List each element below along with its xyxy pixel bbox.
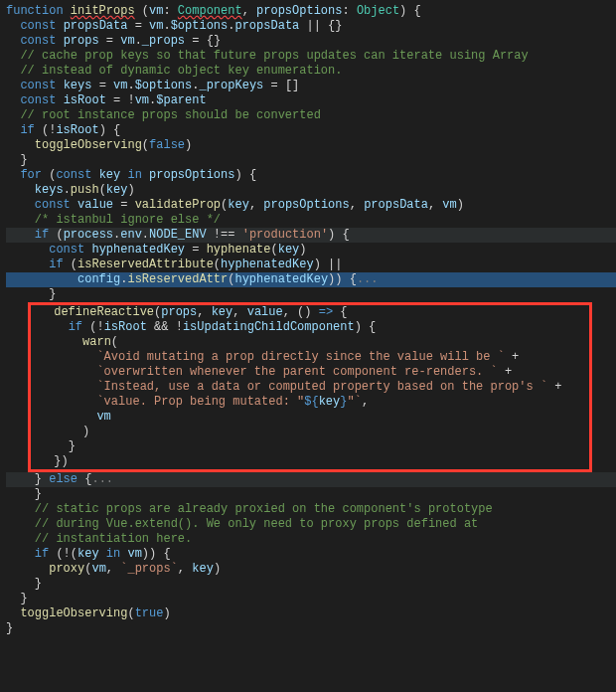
code-line: const hyphenatedKey = hyphenate(key)	[6, 243, 307, 257]
code-line: const props = vm._props = {}	[6, 34, 221, 48]
code-line: // cache prop keys so that future props …	[6, 49, 529, 63]
code-line: } else {...	[6, 472, 616, 487]
code-line: `overwritten whenever the parent compone…	[6, 365, 592, 379]
code-line: // during Vue.extend(). We only need to …	[6, 517, 478, 531]
code-line: const keys = vm.$options._propKeys = []	[6, 79, 299, 92]
code-line: proxy(vm, `_props`, key)	[6, 562, 221, 576]
code-line: // root instance props should be convert…	[6, 108, 321, 122]
code-line: `value. Prop being mutated: "${key}"`,	[6, 395, 592, 409]
code-line: defineReactive(props, key, value, () => …	[6, 305, 592, 319]
code-line: config.isReservedAttr(hyphenatedKey)) {.…	[6, 272, 616, 287]
code-line: toggleObserving(false)	[6, 138, 192, 152]
code-line: // static props are already proxied on t…	[6, 502, 493, 516]
code-line: if (!(key in vm)) {	[6, 547, 171, 561]
code-line: keys.push(key)	[6, 183, 135, 197]
code-line: `Avoid mutating a prop directly since th…	[6, 350, 592, 364]
code-line: function initProps (vm: Component, props…	[6, 4, 421, 18]
code-line: }	[6, 577, 42, 591]
code-editor[interactable]: function initProps (vm: Component, props…	[0, 0, 616, 636]
fold-icon[interactable]: ...	[91, 472, 113, 486]
code-line: const propsData = vm.$options.propsData …	[6, 19, 343, 33]
code-line: }	[6, 621, 13, 635]
code-line: }	[6, 153, 28, 167]
code-line: `Instead, use a data or computed propert…	[6, 380, 592, 394]
code-line: }	[6, 287, 56, 301]
code-line: if (isReservedAttribute(hyphenatedKey) |…	[6, 258, 343, 271]
code-line: vm	[6, 410, 592, 424]
code-line: }	[6, 592, 28, 606]
code-line: warn(	[6, 335, 592, 349]
code-line: }	[6, 487, 42, 501]
code-line: }	[6, 439, 592, 453]
code-line: for (const key in propsOptions) {	[6, 168, 256, 182]
code-line: toggleObserving(true)	[6, 606, 171, 620]
code-line: })	[6, 454, 592, 468]
code-line: // instantiation here.	[6, 532, 192, 546]
code-line: if (!isRoot && !isUpdatingChildComponent…	[6, 320, 592, 334]
code-line: )	[6, 425, 592, 438]
code-line: if (process.env.NODE_ENV !== 'production…	[6, 228, 616, 243]
code-line: const isRoot = !vm.$parent	[6, 93, 207, 107]
code-line: if (!isRoot) {	[6, 123, 120, 137]
code-line: // instead of dynamic object key enumera…	[6, 64, 342, 78]
code-line: /* istanbul ignore else */	[6, 213, 221, 227]
code-line: const value = validateProp(key, propsOpt…	[6, 198, 464, 212]
fold-icon[interactable]: ...	[357, 272, 379, 286]
